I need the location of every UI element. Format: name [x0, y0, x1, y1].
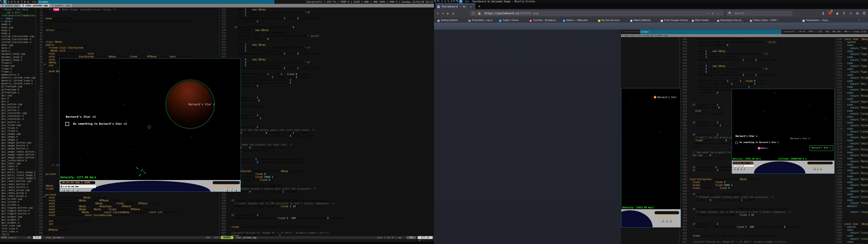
tree-file[interactable]: gui_multi_state_image_button.	[1, 171, 35, 174]
tree-file[interactable]: info_view.o	[1, 230, 35, 233]
tree-file[interactable]: info_view.h	[1, 227, 35, 230]
workspace-9[interactable]: 9	[26, 0, 30, 4]
autopilot-icon[interactable]: ▶✦7	[663, 219, 668, 222]
manual-control-button[interactable]: Manual Control	[213, 185, 236, 188]
workspace-8[interactable]: 8	[23, 0, 26, 4]
workspace-5[interactable]: 5	[13, 0, 17, 4]
new-tab-button[interactable]: +	[478, 4, 480, 9]
buffer-tab-models.cpp[interactable]: 3 models.cpp	[50, 4, 71, 7]
tree-file[interactable]: gui.h	[1, 97, 35, 100]
tree-file[interactable]: gui_radio_group.cpp	[1, 189, 35, 191]
tree-dir[interactable]: ▸ sbre/	[1, 20, 35, 23]
tree-file[interactable]: l3d.h	[1, 233, 35, 236]
tree-file[interactable]: gui.o	[1, 100, 35, 103]
workspace-9[interactable]: 9	[459, 0, 463, 3]
tree-file[interactable]: info_view.cpp	[1, 224, 35, 227]
bookmark-item[interactable]: ✿Most Visited	[692, 18, 709, 23]
tree-file[interactable]: gui_button.cpp	[1, 103, 35, 106]
tree-file[interactable]: gui_screen.o	[1, 203, 35, 206]
tree-file[interactable]: gui_widget.cpp	[1, 215, 35, 218]
bookmark-item[interactable]: ☾My Dyn Account	[598, 18, 619, 23]
view-galaxy-icon[interactable]: ❂3	[69, 188, 74, 192]
tree-file[interactable]: body.o	[1, 32, 35, 35]
tree-file[interactable]: gui_iselectable.h	[1, 159, 35, 162]
tree-file[interactable]: gui_image_radio_button.h	[1, 153, 35, 156]
tree-file[interactable]: generic_system_view.cpp	[1, 76, 35, 79]
tree-file[interactable]: gui_image_button.o	[1, 147, 35, 150]
tree-dir[interactable]: ▸ .deps/	[1, 17, 35, 20]
tree-file[interactable]: dynamic_body.o	[1, 59, 35, 61]
time-accel-button[interactable]: ❚❚	[60, 185, 63, 187]
time-accel-button[interactable]: ▶▶▶▶▶	[74, 185, 79, 187]
tree-file[interactable]: gui_button.h	[1, 106, 35, 109]
tree-file[interactable]: date.cpp	[1, 43, 35, 47]
autopilot-icon[interactable]: ▶✦7	[228, 188, 232, 192]
search-bar[interactable]: 🔍 Search	[726, 11, 793, 16]
workspace-1[interactable]: 1	[0, 0, 3, 4]
tree-file[interactable]: gameconsts.h	[1, 73, 35, 76]
workspace-5[interactable]: 5	[447, 0, 450, 3]
tree-file[interactable]: aabb.h	[1, 23, 35, 26]
tree-file[interactable]: custom_starsystems.h	[1, 38, 35, 41]
tree-file[interactable]: gui_label.o	[1, 168, 35, 171]
game-screenshot-window[interactable]: Barnard's Star c Barnard's Star c1 Do so…	[59, 58, 241, 192]
tree-file[interactable]: gui_multi_state_image_button.	[1, 177, 35, 180]
view-grid-icon[interactable]: ▦2	[65, 188, 69, 192]
tree-file[interactable]: gui_container.h	[1, 115, 35, 118]
tree-file[interactable]: gui.cpp	[1, 94, 35, 97]
time-accel-button[interactable]: ▶▶	[736, 165, 738, 166]
workspace-2[interactable]: 2	[437, 0, 440, 3]
game-checkbox[interactable]	[65, 122, 69, 126]
tree-file[interactable]: fixed.h	[1, 61, 35, 64]
rotation-damp-icon[interactable]: ⇅6	[659, 219, 663, 222]
bookmark-item[interactable]: ✉ProtonMail - Log in	[468, 18, 493, 23]
view-grid-icon[interactable]: ▦2	[736, 167, 739, 170]
view-scanner-icon[interactable]: ╱1	[60, 188, 65, 192]
tree-file[interactable]: gui_image_radio_button.o	[1, 156, 35, 159]
tree-file[interactable]: glfreetype.o	[1, 91, 35, 94]
layout-indicator[interactable]: []=	[464, 0, 470, 3]
tree-file[interactable]: custom_starsystems.cpp	[1, 35, 35, 38]
home-icon[interactable]: ⌂	[451, 9, 456, 18]
reload-icon[interactable]: ↻	[445, 9, 450, 18]
tree-file[interactable]: gui_fixed.o	[1, 129, 35, 132]
flight-log-icon[interactable]: ≡8	[232, 188, 237, 192]
bookmark-item[interactable]: ◍Police Codes - LSRP:...	[750, 18, 779, 23]
tree-file[interactable]: body.h	[1, 29, 35, 32]
tree-file[interactable]: gui_radio_button.o	[1, 186, 35, 189]
rotation-damp-icon[interactable]: ⇅6	[812, 167, 815, 170]
forward-icon[interactable]: →	[440, 9, 445, 18]
bookmark-item[interactable]: ▶YouTube - Broadcas...	[530, 18, 558, 23]
library-icon[interactable]: ⫼	[821, 9, 826, 18]
time-accel-button[interactable]: ▶▶	[65, 185, 67, 187]
tree-file[interactable]: gui_image.cpp	[1, 132, 35, 135]
tree-file[interactable]: gui_label.cpp	[1, 162, 35, 165]
rotation-damp-icon[interactable]: ⇅6	[223, 188, 228, 192]
time-accel-button[interactable]: ❚❚	[733, 165, 734, 166]
tree-file[interactable]: frame.o	[1, 70, 35, 73]
tree-file[interactable]: body.cpp	[1, 26, 35, 29]
extension-circle-icon[interactable]: ◉	[835, 9, 840, 18]
time-accel-button[interactable]: ▶	[734, 165, 736, 166]
tree-file[interactable]: gui_image_button.cpp	[1, 141, 35, 144]
view-scanner-icon[interactable]: ╱1	[733, 167, 736, 170]
uploaded-image[interactable]: 1 2 3 4 5 6 7 8 9 []= broken [SaraCraft]…	[621, 30, 868, 244]
time-accel-button[interactable]: ▶▶▶▶	[740, 165, 742, 166]
tree-file[interactable]: generic_system_view.h	[1, 79, 35, 82]
tree-file[interactable]: gui_radio_group.h	[1, 191, 35, 194]
sidebar-icon[interactable]: ▯	[848, 9, 853, 18]
game-checkbox-label[interactable]: Do something to Barnard's Star c1	[73, 122, 127, 125]
tree-file[interactable]: gui_toggle_button.h	[1, 209, 35, 212]
tree-file[interactable]: gui_fixed.h	[1, 126, 35, 129]
menu-icon[interactable]: ☰	[862, 9, 867, 18]
workspace-4[interactable]: 4	[443, 0, 447, 3]
tree-file[interactable]: dynamic_body.cpp	[1, 53, 35, 55]
workspace-2[interactable]: 2	[3, 0, 7, 4]
bookmark-item[interactable]: BAllanis — Bitbucket	[563, 18, 588, 23]
tree-file[interactable]: date.o	[1, 50, 35, 53]
tree-file[interactable]: gui_fixed.cpp	[1, 124, 35, 126]
tree-file[interactable]: gui_container.o	[1, 118, 35, 120]
buffer-tab-star_system.cpp[interactable]: 2 star_system.cpp	[21, 4, 50, 7]
time-accel-button[interactable]: ▶▶▶▶	[71, 185, 74, 187]
tree-file[interactable]: custom_starsystems.o	[1, 41, 35, 43]
